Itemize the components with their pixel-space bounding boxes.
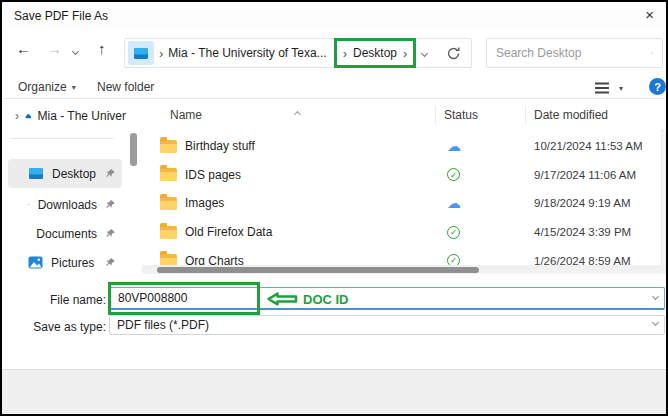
doc-id-arrow-icon	[267, 291, 298, 307]
sidebar-item-documents[interactable]: Documents	[8, 219, 122, 248]
date-modified: 9/18/2024 9:19 AM	[525, 197, 668, 209]
recent-locations-chevron-icon[interactable]	[72, 48, 79, 55]
list-view-icon	[594, 81, 610, 95]
back-button[interactable]: ←	[16, 40, 31, 57]
save-pdf-dialog: Save PDF File As × ← → ↑ › Mia - The Uni…	[0, 0, 668, 416]
doc-id-annotation: DOC ID	[303, 292, 349, 307]
new-folder-button[interactable]: New folder	[97, 80, 154, 94]
sidebar-item-label: Desktop	[52, 167, 96, 181]
folder-icon	[160, 140, 177, 153]
column-separator	[435, 106, 436, 124]
list-header: Name Status Date modified	[142, 102, 664, 128]
breadcrumb-highlight-box: › Desktop ›	[334, 38, 417, 68]
title-bar: Save PDF File As ×	[2, 2, 666, 30]
organize-button[interactable]: Organize ▾	[18, 80, 76, 94]
sidebar-item-label: Mia - The Univer	[38, 109, 126, 123]
chevron-down-icon: ▾	[72, 83, 76, 92]
file-name: IDS pages	[185, 168, 241, 182]
file-row[interactable]: Birthday stuff 10/21/2024 11:53 AM	[142, 132, 668, 161]
status-cloud-icon	[447, 194, 461, 212]
folder-icon	[160, 168, 177, 181]
up-button[interactable]: ↑	[98, 40, 106, 57]
search-box	[486, 38, 663, 68]
pin-icon[interactable]	[105, 199, 116, 210]
file-name: Images	[185, 196, 224, 210]
save-as-type-select[interactable]: PDF files (*.PDF)	[109, 315, 665, 335]
breadcrumb-separator: ›	[343, 46, 347, 61]
pin-icon[interactable]	[105, 228, 116, 239]
sidebar-item-onedrive[interactable]: › Mia - The Univer	[2, 102, 126, 130]
search-input[interactable]	[496, 46, 651, 60]
pin-icon[interactable]	[105, 257, 116, 268]
sort-ascending-icon	[295, 103, 300, 121]
location-icon	[128, 41, 154, 65]
folder-icon	[160, 226, 177, 239]
column-header-status[interactable]: Status	[435, 108, 525, 122]
onedrive-cloud-icon	[25, 110, 32, 123]
file-list: Birthday stuff 10/21/2024 11:53 AM IDS p…	[142, 132, 668, 266]
horizontal-scrollbar[interactable]	[142, 265, 668, 274]
sidebar-item-downloads[interactable]: Downloads	[8, 190, 122, 219]
sidebar-item-label: Pictures	[51, 256, 94, 270]
address-bar[interactable]: › Mia - The University of Texa... › Desk…	[124, 38, 472, 68]
save-as-type-label: Save as type:	[2, 320, 106, 334]
forward-button[interactable]: →	[47, 40, 62, 57]
file-name: Old Firefox Data	[185, 225, 272, 239]
file-row[interactable]: IDS pages 9/17/2024 11:06 AM	[142, 161, 668, 190]
date-modified: 10/21/2024 11:53 AM	[525, 140, 668, 152]
desktop-icon	[28, 167, 44, 180]
status-cloud-icon	[447, 137, 461, 155]
organize-label: Organize	[18, 80, 67, 94]
desktop-icon	[133, 47, 149, 60]
sidebar-item-desktop[interactable]: Desktop	[8, 159, 122, 188]
search-icon	[651, 47, 653, 60]
file-row[interactable]: Old Firefox Data 4/15/2024 3:39 PM	[142, 218, 668, 247]
breadcrumb-root[interactable]: Mia - The University of Texa...	[168, 46, 326, 60]
sidebar-item-label: Downloads	[38, 198, 97, 212]
close-icon[interactable]: ×	[645, 6, 654, 23]
expand-chevron-icon[interactable]: ›	[15, 109, 19, 123]
toolbar-separator	[2, 98, 666, 99]
breadcrumb-separator: ›	[403, 46, 407, 61]
help-icon[interactable]: ?	[649, 78, 666, 95]
date-modified: 9/17/2024 11:06 AM	[525, 169, 668, 181]
save-as-type-value: PDF files (*.PDF)	[117, 318, 209, 332]
status-synced-icon	[447, 168, 460, 181]
pictures-icon	[28, 256, 43, 269]
file-name: Birthday stuff	[185, 139, 255, 153]
views-dropdown-chevron-icon[interactable]: ▾	[619, 84, 623, 93]
breadcrumb-separator: ›	[159, 46, 163, 61]
downloads-icon	[28, 197, 30, 212]
refresh-icon[interactable]	[446, 46, 461, 61]
sidebar-item-label: Documents	[36, 227, 97, 241]
vertical-scrollbar[interactable]	[661, 129, 668, 266]
breadcrumb-current[interactable]: Desktop	[353, 46, 397, 60]
views-button[interactable]	[594, 81, 610, 99]
sidebar-separator	[10, 138, 114, 139]
sidebar-scrollbar[interactable]	[130, 133, 137, 166]
column-header-date[interactable]: Date modified	[525, 108, 664, 122]
scrollbar-thumb[interactable]	[157, 267, 479, 273]
footer-bar: Hide Folders Save Cancel	[2, 369, 666, 416]
column-separator	[525, 106, 526, 124]
file-row[interactable]: Org Charts 1/26/2024 8:59 AM	[142, 246, 668, 266]
pin-icon[interactable]	[105, 168, 116, 179]
file-name-input[interactable]	[109, 287, 665, 310]
file-name-label: File name:	[2, 293, 106, 307]
date-modified: 4/15/2024 3:39 PM	[525, 226, 668, 238]
column-header-name[interactable]: Name	[142, 108, 435, 122]
folder-icon	[160, 197, 177, 210]
sidebar-item-pictures[interactable]: Pictures	[8, 248, 122, 277]
address-dropdown-chevron-icon[interactable]	[421, 49, 428, 56]
new-folder-label: New folder	[97, 80, 154, 94]
status-synced-icon	[447, 226, 460, 239]
file-row[interactable]: Images 9/18/2024 9:19 AM	[142, 189, 668, 218]
dialog-title: Save PDF File As	[14, 9, 108, 23]
